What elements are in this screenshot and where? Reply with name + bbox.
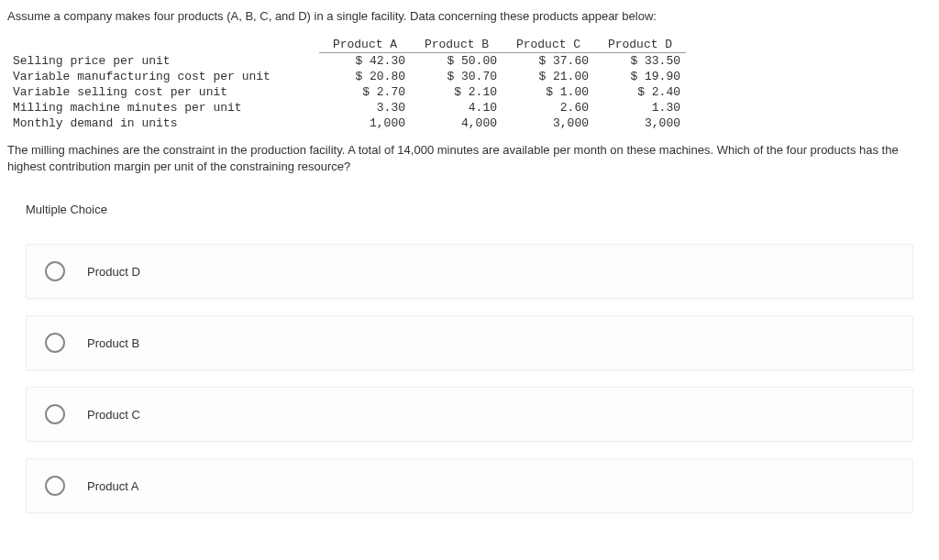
header-product-c: Product C — [503, 37, 594, 53]
radio-icon — [45, 476, 65, 496]
multiple-choice-label: Multiple Choice — [26, 203, 932, 216]
option-product-c[interactable]: Product C — [26, 387, 913, 442]
cell: $ 50.00 — [411, 53, 503, 70]
cell: $ 42.30 — [319, 53, 411, 70]
option-label: Product D — [87, 265, 140, 279]
table-header-row: Product A Product B Product C Product D — [7, 37, 686, 53]
table-row: Monthly demand in units 1,000 4,000 3,00… — [7, 115, 686, 131]
question-text: The milling machines are the constraint … — [7, 142, 932, 175]
option-product-a[interactable]: Product A — [26, 458, 913, 513]
cell: $ 2.10 — [411, 84, 503, 100]
option-label: Product A — [87, 479, 138, 493]
header-product-a: Product A — [319, 37, 411, 53]
cell: 3,000 — [503, 115, 594, 131]
cell: 3,000 — [594, 115, 686, 131]
cell: $ 1.00 — [503, 84, 594, 100]
radio-icon — [45, 261, 65, 281]
row-label: Selling price per unit — [7, 53, 319, 70]
cell: $ 33.50 — [594, 53, 686, 70]
product-data-table: Product A Product B Product C Product D … — [7, 37, 686, 131]
cell: 4,000 — [411, 115, 503, 131]
header-product-b: Product B — [411, 37, 503, 53]
option-label: Product B — [87, 336, 139, 350]
cell: 3.30 — [319, 100, 411, 115]
cell: $ 2.70 — [319, 84, 411, 100]
cell: 4.10 — [411, 100, 503, 115]
row-label: Variable selling cost per unit — [7, 84, 319, 100]
row-label: Variable manufacturing cost per unit — [7, 69, 319, 84]
table-row: Milling machine minutes per unit 3.30 4.… — [7, 100, 686, 115]
header-product-d: Product D — [594, 37, 686, 53]
option-product-d[interactable]: Product D — [26, 244, 913, 299]
cell: 1.30 — [594, 100, 686, 115]
row-label: Milling machine minutes per unit — [7, 100, 319, 115]
table-row: Selling price per unit $ 42.30 $ 50.00 $… — [7, 53, 686, 70]
cell: $ 20.80 — [319, 69, 411, 84]
cell: $ 21.00 — [503, 69, 594, 84]
table-row: Variable selling cost per unit $ 2.70 $ … — [7, 84, 686, 100]
option-product-b[interactable]: Product B — [26, 315, 913, 370]
cell: $ 37.60 — [503, 53, 594, 70]
cell: $ 19.90 — [594, 69, 686, 84]
cell: $ 30.70 — [411, 69, 503, 84]
row-label: Monthly demand in units — [7, 115, 319, 131]
radio-icon — [45, 333, 65, 353]
table-row: Variable manufacturing cost per unit $ 2… — [7, 69, 686, 84]
cell: 1,000 — [319, 115, 411, 131]
intro-text: Assume a company makes four products (A,… — [7, 9, 932, 23]
cell: 2.60 — [503, 100, 594, 115]
option-label: Product C — [87, 408, 140, 422]
radio-icon — [45, 404, 65, 424]
cell: $ 2.40 — [594, 84, 686, 100]
header-blank — [7, 37, 319, 53]
